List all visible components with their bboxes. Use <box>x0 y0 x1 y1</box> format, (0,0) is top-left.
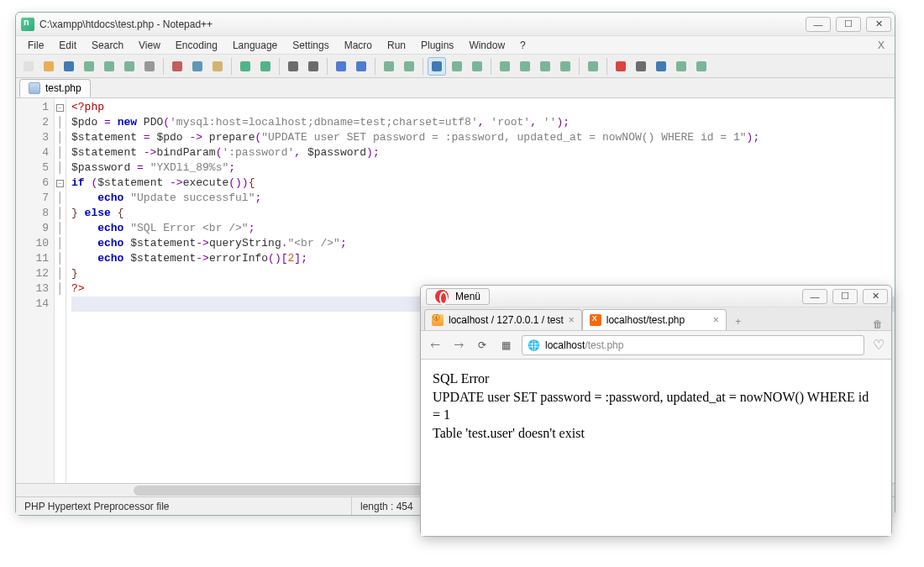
svg-rect-6 <box>144 61 155 71</box>
monitor-icon[interactable] <box>584 57 602 76</box>
svg-rect-19 <box>452 61 462 71</box>
file-tab-test-php[interactable]: test.php <box>19 79 91 97</box>
reload-button[interactable]: ⟳ <box>475 338 490 353</box>
menu-run[interactable]: Run <box>381 38 412 53</box>
zoom-in-icon[interactable] <box>332 57 350 76</box>
svg-rect-20 <box>472 61 482 71</box>
site-info-icon[interactable]: 🌐 <box>528 339 540 351</box>
npp-menubar: FileEditSearchViewEncodingLanguageSettin… <box>16 36 895 55</box>
svg-rect-9 <box>213 61 223 71</box>
speed-dial-button[interactable]: ▦ <box>498 338 513 353</box>
tab-close-button[interactable]: × <box>713 314 719 326</box>
menu-macro[interactable]: Macro <box>338 38 379 53</box>
file-icon <box>29 82 40 94</box>
close-all-icon[interactable] <box>120 57 139 76</box>
svg-rect-0 <box>24 61 34 71</box>
indent-guide-icon[interactable] <box>468 57 486 76</box>
browser-tabstrip: localhost / 127.0.0.1 / test×localhost/t… <box>421 307 891 331</box>
back-button[interactable]: 🡐 <box>428 338 443 353</box>
menu-search[interactable]: Search <box>85 38 130 53</box>
replace-icon[interactable] <box>304 57 323 76</box>
save-macro-icon[interactable] <box>692 57 711 76</box>
window-title: C:\xampp\htdocs\test.php - Notepad++ <box>39 18 801 30</box>
record-macro-icon[interactable] <box>612 57 630 76</box>
redo-icon[interactable] <box>256 57 275 76</box>
browser-titlebar[interactable]: Menü ― ☐ ✕ <box>421 286 891 307</box>
new-file-icon[interactable] <box>19 57 38 76</box>
cut-icon[interactable] <box>168 57 186 76</box>
closed-tabs-button[interactable]: 🗑 <box>868 318 888 330</box>
menu-settings[interactable]: Settings <box>286 38 335 53</box>
sync-v-icon[interactable] <box>380 57 398 76</box>
func-list-icon[interactable] <box>536 57 554 76</box>
svg-rect-27 <box>636 61 646 71</box>
svg-rect-18 <box>432 61 442 71</box>
menu-plugins[interactable]: Plugins <box>414 38 460 53</box>
browser-minimize-button[interactable]: ― <box>802 289 827 304</box>
doc-map-icon[interactable] <box>516 57 534 76</box>
menu-language[interactable]: Language <box>226 38 284 53</box>
new-tab-button[interactable]: + <box>730 313 747 330</box>
tab-close-button[interactable]: × <box>569 314 575 326</box>
bookmark-button[interactable]: ♡ <box>873 337 885 353</box>
print-icon[interactable] <box>140 57 159 76</box>
svg-rect-14 <box>336 61 346 71</box>
close-icon[interactable] <box>100 57 118 76</box>
page-content: SQL ErrorUPDATE user SET password = :pas… <box>421 360 891 536</box>
svg-rect-13 <box>308 61 318 71</box>
opera-menu-button[interactable]: Menü <box>426 288 490 305</box>
menu-view[interactable]: View <box>132 38 167 53</box>
lang-udl-icon[interactable] <box>496 57 514 76</box>
svg-rect-26 <box>616 61 626 71</box>
maximize-button[interactable]: ☐ <box>836 17 861 32</box>
run-macro-multi-icon[interactable] <box>672 57 690 76</box>
undo-icon[interactable] <box>236 57 255 76</box>
sync-h-icon[interactable] <box>400 57 418 76</box>
stop-macro-icon[interactable] <box>632 57 650 76</box>
close-window-button[interactable]: ✕ <box>866 17 891 32</box>
save-icon[interactable] <box>60 57 78 76</box>
svg-rect-11 <box>260 61 270 71</box>
xampp-favicon-icon <box>590 314 601 326</box>
browser-tab[interactable]: localhost/test.php× <box>582 309 727 330</box>
forward-button[interactable]: 🡒 <box>451 338 466 353</box>
menu-edit[interactable]: Edit <box>52 38 83 53</box>
svg-rect-30 <box>696 61 706 71</box>
play-macro-icon[interactable] <box>652 57 670 76</box>
svg-rect-1 <box>44 61 54 71</box>
browser-close-button[interactable]: ✕ <box>863 289 888 304</box>
minimize-button[interactable]: ― <box>806 17 831 32</box>
phpmyadmin-favicon-icon <box>432 314 444 326</box>
menu-window[interactable]: Window <box>462 38 512 53</box>
find-icon[interactable] <box>284 57 302 76</box>
browser-toolbar: 🡐 🡒 ⟳ ▦ 🌐 localhost/test.php ♡ <box>421 331 891 360</box>
copy-icon[interactable] <box>188 57 207 76</box>
npp-toolbar <box>16 55 895 78</box>
paste-icon[interactable] <box>208 57 227 76</box>
menu-file[interactable]: File <box>21 38 50 53</box>
browser-tab[interactable]: localhost / 127.0.0.1 / test× <box>424 309 582 330</box>
url-domain: localhost <box>545 339 585 351</box>
menu-[interactable]: ? <box>513 38 533 53</box>
browser-maximize-button[interactable]: ☐ <box>832 289 858 304</box>
folder-workspace-icon[interactable] <box>556 57 575 76</box>
menu-encoding[interactable]: Encoding <box>169 38 224 53</box>
svg-rect-2 <box>64 61 74 71</box>
address-bar[interactable]: 🌐 localhost/test.php <box>522 335 864 355</box>
save-all-icon[interactable] <box>80 57 98 76</box>
status-language: PHP Hypertext Preprocessor file <box>16 497 352 515</box>
zoom-out-icon[interactable] <box>352 57 370 76</box>
npp-titlebar[interactable]: C:\xampp\htdocs\test.php - Notepad++ ― ☐… <box>16 13 895 36</box>
svg-rect-12 <box>288 61 298 71</box>
open-file-icon[interactable] <box>39 57 58 76</box>
fold-column[interactable]: −││││−│││││││ <box>55 98 66 483</box>
page-text-line: UPDATE user SET password = :password, up… <box>433 388 879 424</box>
notepadpp-app-icon <box>21 18 34 31</box>
svg-rect-23 <box>540 61 550 71</box>
show-all-chars-icon[interactable] <box>448 57 466 76</box>
svg-rect-4 <box>104 61 114 71</box>
svg-rect-29 <box>676 61 686 71</box>
menubar-close-doc-button[interactable]: X <box>873 39 890 51</box>
svg-rect-3 <box>84 61 94 71</box>
wordwrap-icon[interactable] <box>428 57 446 76</box>
